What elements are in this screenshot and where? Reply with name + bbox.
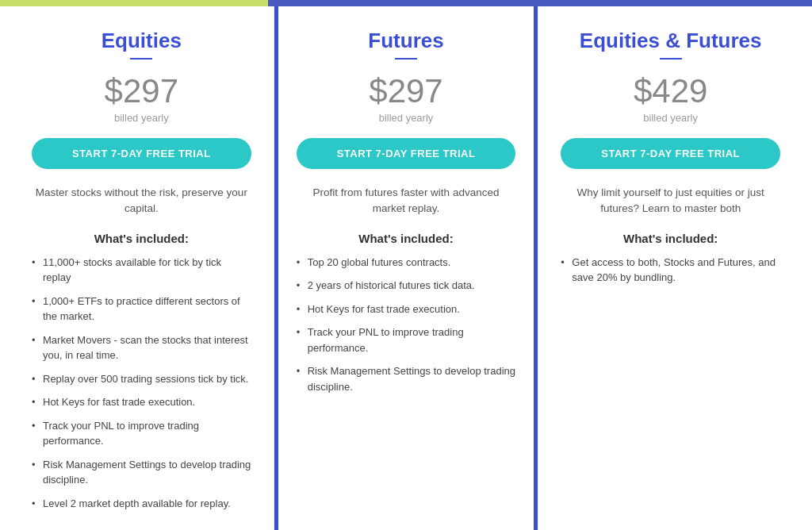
price-equities-futures: $429 xyxy=(561,72,780,110)
trial-button-futures[interactable]: START 7-DAY FREE TRIAL xyxy=(297,138,516,169)
title-divider-equities xyxy=(130,58,152,60)
feature-item-equities-0: 11,000+ stocks available for tick by tic… xyxy=(32,255,251,286)
included-title-equities: What's included: xyxy=(32,232,251,245)
card-title-equities-futures: Equities & Futures xyxy=(561,29,780,53)
trial-button-equities[interactable]: START 7-DAY FREE TRIAL xyxy=(32,138,251,169)
pricing-card-equities-futures: Equities & Futures$429billed yearlySTART… xyxy=(538,6,802,530)
features-list-equities-futures: Get access to both, Stocks and Futures, … xyxy=(561,255,780,286)
card-title-equities: Equities xyxy=(32,29,251,53)
included-title-futures: What's included: xyxy=(297,232,516,245)
feature-item-equities-futures-0: Get access to both, Stocks and Futures, … xyxy=(561,255,780,286)
included-title-equities-futures: What's included: xyxy=(561,232,780,245)
page-wrapper: Equities$297billed yearlySTART 7-DAY FRE… xyxy=(0,0,812,530)
features-list-equities: 11,000+ stocks available for tick by tic… xyxy=(32,255,251,512)
title-divider-futures xyxy=(395,58,417,60)
billing-period-equities-futures: billed yearly xyxy=(561,112,780,124)
feature-item-futures-0: Top 20 global futures contracts. xyxy=(297,255,516,271)
feature-item-equities-1: 1,000+ ETFs to practice different sector… xyxy=(32,294,251,325)
feature-item-futures-2: Hot Keys for fast trade execution. xyxy=(297,301,516,317)
card-title-futures: Futures xyxy=(297,29,516,53)
feature-item-equities-7: Level 2 market depth available for repla… xyxy=(32,496,251,512)
top-bar xyxy=(0,0,812,6)
pricing-card-futures: Futures$297billed yearlySTART 7-DAY FREE… xyxy=(274,6,539,530)
price-futures: $297 xyxy=(297,72,516,110)
feature-item-futures-4: Risk Management Settings to develop trad… xyxy=(297,363,516,394)
billing-period-equities: billed yearly xyxy=(32,112,251,124)
billing-period-futures: billed yearly xyxy=(297,112,516,124)
card-description-futures: Profit from futures faster with advanced… xyxy=(297,185,516,217)
pricing-container: Equities$297billed yearlySTART 7-DAY FRE… xyxy=(0,6,812,530)
feature-item-equities-3: Replay over 500 trading sessions tick by… xyxy=(32,371,251,387)
feature-item-equities-2: Market Movers - scan the stocks that int… xyxy=(32,332,251,363)
feature-item-equities-5: Track your PNL to improve trading perfor… xyxy=(32,418,251,449)
feature-item-futures-1: 2 years of historical futures tick data. xyxy=(297,278,516,294)
card-description-equities-futures: Why limit yourself to just equities or j… xyxy=(561,185,780,217)
trial-button-equities-futures[interactable]: START 7-DAY FREE TRIAL xyxy=(561,138,780,169)
feature-item-equities-4: Hot Keys for fast trade execution. xyxy=(32,394,251,410)
title-divider-equities-futures xyxy=(660,58,682,60)
card-accent-left xyxy=(274,6,278,530)
card-accent-right xyxy=(534,6,538,530)
feature-item-equities-6: Risk Management Settings to develop trad… xyxy=(32,457,251,488)
features-list-futures: Top 20 global futures contracts.2 years … xyxy=(297,255,516,395)
price-equities: $297 xyxy=(32,72,251,110)
pricing-card-equities: Equities$297billed yearlySTART 7-DAY FRE… xyxy=(10,6,274,530)
card-description-equities: Master stocks without the risk, preserve… xyxy=(32,185,251,217)
feature-item-futures-3: Track your PNL to improve trading perfor… xyxy=(297,325,516,355)
